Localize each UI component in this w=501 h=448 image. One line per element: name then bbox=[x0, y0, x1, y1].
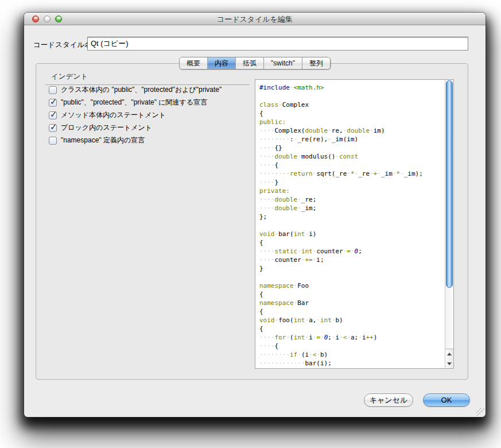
scrollbar-thumb[interactable] bbox=[446, 80, 453, 288]
indent-group-title: インデント bbox=[51, 72, 88, 80]
code-line: }; bbox=[259, 213, 445, 221]
code-line: namespace·Foo bbox=[259, 281, 445, 290]
code-line: { bbox=[259, 307, 445, 316]
checkbox-label: ブロック内のステートメント bbox=[61, 123, 152, 133]
code-line: void·bar(int·i) bbox=[259, 230, 445, 238]
indent-group-header: インデント bbox=[45, 71, 250, 85]
indent-checkbox-row-4[interactable]: "namespace" 定義内の宣言 bbox=[49, 136, 222, 145]
code-line: { bbox=[259, 290, 445, 299]
code-line: ····{} bbox=[259, 144, 445, 152]
code-line: ····static·int·counter·=·0; bbox=[259, 247, 445, 256]
scroll-up-button[interactable] bbox=[445, 349, 453, 359]
code-pane: #include·<math.h> class·Complex{public:·… bbox=[255, 80, 445, 368]
checkbox-checked[interactable] bbox=[49, 124, 57, 132]
arrow-up-icon bbox=[447, 353, 452, 356]
code-line: ····{ bbox=[259, 342, 445, 350]
tab-alignment[interactable]: 整列 bbox=[302, 57, 330, 69]
scroll-down-button[interactable] bbox=[445, 359, 453, 369]
code-line: { bbox=[259, 325, 445, 333]
code-line: ········if·(i·<·b) bbox=[259, 350, 445, 359]
checkbox-label: "namespace" 定義内の宣言 bbox=[61, 136, 145, 145]
edit-code-style-dialog: コードスタイルを編集 コードスタイル名: 概要内容括弧"switch"整列 イン… bbox=[24, 13, 486, 417]
code-line: ········return·sqrt(_re·*·_re·+·_im·*·_i… bbox=[259, 169, 445, 178]
code-line: private: bbox=[259, 187, 445, 195]
cancel-button[interactable]: キャンセル bbox=[364, 393, 413, 407]
tab-switch[interactable]: "switch" bbox=[263, 57, 302, 69]
scrollbar-arrows bbox=[445, 349, 453, 368]
code-line: } bbox=[259, 264, 445, 273]
indent-checkbox-row-2[interactable]: メソッド本体内のステートメント bbox=[49, 111, 222, 119]
code-line: { bbox=[259, 109, 445, 118]
code-style-name-label: コードスタイル名: bbox=[33, 40, 94, 50]
code-line: ········} bbox=[259, 368, 445, 368]
code-line: class·Complex bbox=[259, 101, 445, 109]
window-title: コードスタイルを編集 bbox=[24, 14, 486, 25]
checkbox-unchecked[interactable] bbox=[49, 137, 57, 145]
checkbox-unchecked[interactable] bbox=[49, 86, 57, 94]
tab-overview[interactable]: 概要 bbox=[180, 57, 207, 69]
code-line: ····counter·+=·i; bbox=[259, 256, 445, 264]
checkbox-label: メソッド本体内のステートメント bbox=[61, 110, 166, 120]
code-line: ····double·modulus()·const bbox=[259, 152, 445, 161]
indent-checkbox-row-3[interactable]: ブロック内のステートメント bbox=[49, 123, 222, 132]
code-line: ····{ bbox=[259, 161, 445, 169]
tab-page-frame: インデント クラス本体内の "public"、"protected"および"pr… bbox=[36, 63, 468, 380]
code-style-name-input[interactable] bbox=[87, 37, 468, 51]
tab-brackets[interactable]: 括弧 bbox=[235, 57, 263, 69]
indent-checkbox-row-0[interactable]: クラス本体内の "public"、"protected"および"private" bbox=[49, 86, 222, 94]
code-line: ········:·_re(re),·_im(im) bbox=[259, 135, 445, 144]
code-line: #include·<math.h> bbox=[259, 83, 445, 92]
code-line: ····} bbox=[259, 178, 445, 187]
code-line bbox=[259, 92, 445, 101]
indent-checkbox-row-1[interactable]: "public"、"protected"、"private" に関連する宣言 bbox=[49, 98, 222, 107]
tab-bar: 概要内容括弧"switch"整列 bbox=[179, 57, 331, 69]
arrow-down-icon bbox=[447, 362, 452, 365]
code-line: { bbox=[259, 238, 445, 247]
ok-button[interactable]: OK bbox=[423, 393, 470, 407]
checkbox-label: クラス本体内の "public"、"protected"および"private" bbox=[61, 85, 222, 95]
code-line: namespace·Bar bbox=[259, 299, 445, 307]
indent-checkbox-list: クラス本体内の "public"、"protected"および"private"… bbox=[49, 86, 222, 145]
code-line: public: bbox=[259, 118, 445, 126]
checkbox-checked[interactable] bbox=[49, 99, 57, 107]
code-preview: #include·<math.h> class·Complex{public:·… bbox=[255, 79, 454, 369]
resize-grip[interactable] bbox=[476, 408, 484, 416]
code-line: ············bar(i); bbox=[259, 359, 445, 368]
tab-content[interactable]: 内容 bbox=[207, 57, 235, 69]
code-line: ····Complex(double·re,·double·im) bbox=[259, 126, 445, 135]
title-bar[interactable]: コードスタイルを編集 bbox=[24, 13, 486, 25]
code-line: ····for·(int·i·=·0;·i·<·a;·i++) bbox=[259, 333, 445, 342]
code-line bbox=[259, 273, 445, 281]
vertical-scrollbar[interactable] bbox=[445, 80, 453, 368]
checkbox-label: "public"、"protected"、"private" に関連する宣言 bbox=[61, 98, 207, 107]
code-line: ····double·_re; bbox=[259, 195, 445, 204]
code-line: void·foo(int·a,·int·b) bbox=[259, 316, 445, 325]
code-line bbox=[259, 221, 445, 230]
checkbox-checked[interactable] bbox=[49, 111, 57, 119]
code-line: ····double·_im; bbox=[259, 204, 445, 213]
